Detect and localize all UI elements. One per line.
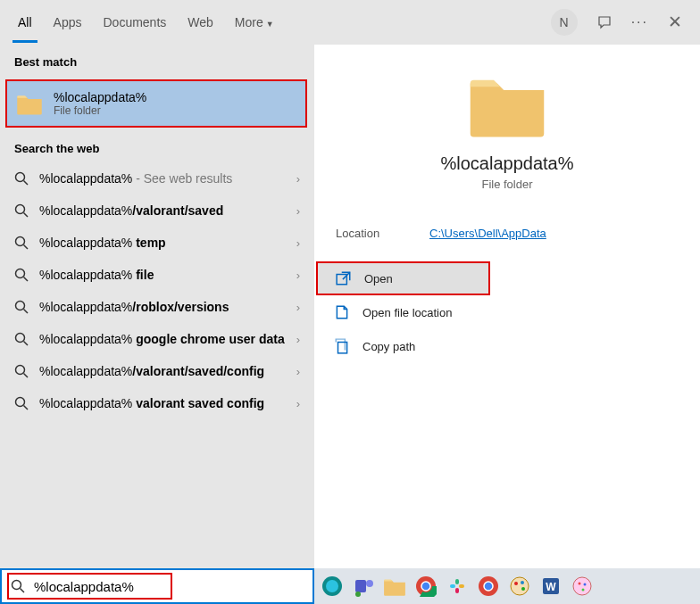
preview-title: %localappdata%: [332, 153, 682, 174]
svg-text:W: W: [546, 581, 556, 593]
filter-tabs: All Apps Documents Web More▼: [18, 3, 551, 42]
web-result[interactable]: %localappdata%/roblox/versions ›: [0, 291, 314, 323]
taskbar-app-paint3d[interactable]: [570, 574, 595, 599]
web-result[interactable]: %localappdata% google chrome user data ›: [0, 323, 314, 355]
chevron-right-icon: ›: [296, 172, 300, 186]
web-result-text: %localappdata% temp: [39, 236, 296, 250]
web-result-text: %localappdata%/valorant/saved/config: [39, 364, 296, 378]
search-input[interactable]: [34, 579, 304, 594]
search-icon: [14, 268, 29, 282]
svg-point-22: [521, 581, 524, 584]
web-result[interactable]: %localappdata% temp ›: [0, 227, 314, 259]
svg-rect-6: [355, 580, 366, 592]
search-icon: [14, 236, 29, 250]
taskbar-app-teams[interactable]: [351, 574, 376, 599]
more-options-icon[interactable]: ···: [631, 14, 648, 30]
web-result[interactable]: %localappdata%/valorant/saved/config ›: [0, 355, 314, 387]
taskbar-app-chrome2[interactable]: [476, 574, 501, 599]
taskbar-app-explorer[interactable]: [382, 574, 407, 599]
search-icon: [14, 300, 29, 314]
tab-apps[interactable]: Apps: [54, 3, 82, 42]
search-icon: [14, 364, 29, 378]
taskbar-app-slack[interactable]: [445, 574, 470, 599]
location-link[interactable]: C:\Users\Dell\AppData: [429, 227, 546, 240]
close-icon[interactable]: ✕: [668, 12, 682, 32]
svg-point-21: [514, 582, 518, 585]
web-result[interactable]: %localappdata% - See web results ›: [0, 162, 314, 194]
web-result[interactable]: %localappdata% valorant saved config ›: [0, 387, 314, 419]
svg-rect-14: [459, 584, 464, 588]
tab-documents[interactable]: Documents: [103, 3, 166, 42]
chevron-down-icon: ▼: [266, 20, 274, 29]
web-result-text: %localappdata% file: [39, 268, 296, 282]
tab-all[interactable]: All: [18, 3, 32, 42]
web-result[interactable]: %localappdata%/valorant/saved ›: [0, 194, 314, 227]
tab-web[interactable]: Web: [188, 3, 213, 42]
preview-panel: %localappdata% File folder Location C:\U…: [314, 45, 700, 568]
web-result-text: %localappdata% - See web results: [39, 171, 296, 186]
tab-more[interactable]: More▼: [235, 3, 274, 42]
action-label: Open file location: [362, 306, 452, 319]
web-result[interactable]: %localappdata% file ›: [0, 259, 314, 291]
search-icon: [14, 171, 29, 186]
file-location-icon: [334, 304, 350, 320]
action-label: Copy path: [362, 340, 415, 353]
search-icon: [14, 203, 29, 218]
chevron-right-icon: ›: [296, 269, 300, 282]
action-open-file-location[interactable]: Open file location: [314, 295, 700, 329]
web-result-text: %localappdata%/valorant/saved: [39, 203, 296, 218]
chevron-right-icon: ›: [296, 397, 300, 410]
search-icon: [11, 579, 25, 593]
svg-point-20: [511, 577, 529, 595]
svg-point-23: [521, 587, 525, 591]
taskbar-app-edge[interactable]: [320, 574, 345, 599]
svg-point-26: [573, 577, 591, 595]
location-label: Location: [336, 227, 429, 240]
chevron-right-icon: ›: [296, 365, 300, 378]
search-icon: [14, 332, 29, 346]
taskbar-app-chrome[interactable]: [413, 574, 438, 599]
chevron-right-icon: ›: [296, 236, 300, 250]
best-match-header: Best match: [0, 45, 314, 76]
result-title: %localappdata%: [54, 90, 296, 104]
svg-point-29: [582, 589, 585, 592]
svg-point-5: [326, 580, 338, 592]
header-bar: All Apps Documents Web More▼ N ··· ✕: [0, 0, 700, 45]
web-result-text: %localappdata%/roblox/versions: [39, 300, 296, 314]
best-match-result[interactable]: %localappdata% File folder: [5, 79, 307, 128]
results-panel: Best match %localappdata% File folder Se…: [0, 45, 314, 568]
svg-rect-13: [450, 584, 455, 588]
folder-icon: [467, 70, 547, 137]
web-result-text: %localappdata% valorant saved config: [39, 396, 296, 410]
web-result-text: %localappdata% google chrome user data: [39, 332, 296, 346]
svg-rect-3: [338, 343, 347, 353]
svg-rect-2: [337, 275, 346, 285]
search-box[interactable]: [0, 568, 314, 604]
preview-subtitle: File folder: [332, 178, 682, 191]
taskbar: W: [314, 568, 700, 604]
result-subtitle: File folder: [54, 104, 296, 117]
taskbar-app-word[interactable]: W: [538, 574, 563, 599]
action-label: Open: [364, 272, 393, 285]
svg-rect-15: [455, 579, 459, 584]
chevron-right-icon: ›: [296, 204, 300, 218]
folder-icon: [16, 92, 43, 115]
chevron-right-icon: ›: [296, 301, 300, 314]
svg-rect-16: [455, 588, 459, 593]
svg-point-8: [355, 592, 361, 597]
action-open[interactable]: Open: [316, 261, 490, 295]
chevron-right-icon: ›: [296, 333, 300, 346]
svg-point-27: [579, 583, 581, 585]
svg-point-28: [584, 583, 587, 586]
search-icon: [14, 396, 29, 410]
feedback-icon[interactable]: [597, 15, 612, 29]
user-avatar[interactable]: N: [551, 9, 578, 36]
copy-icon: [334, 338, 350, 354]
open-icon: [336, 270, 352, 286]
taskbar-app-paint[interactable]: [507, 574, 532, 599]
svg-point-7: [366, 580, 373, 587]
search-web-header: Search the web: [0, 131, 314, 162]
action-copy-path[interactable]: Copy path: [314, 329, 700, 363]
